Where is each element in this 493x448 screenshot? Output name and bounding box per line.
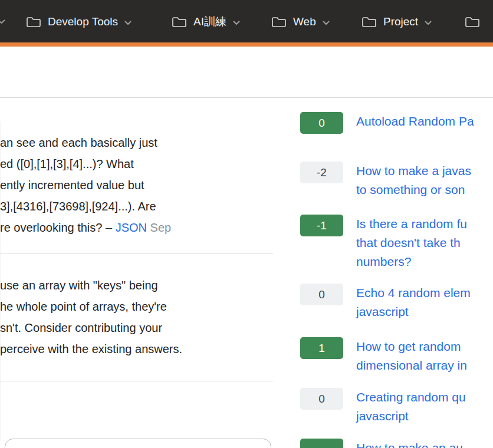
vote-count-badge: 1 [300,337,343,359]
bookmark-folder-develop-tools[interactable]: Develop Tools [26,13,132,31]
related-question[interactable]: 0 Autoload Random Pa [300,112,474,134]
comment-divider [0,253,273,253]
chevron-down-icon [124,21,132,25]
related-question-link[interactable]: How to get random [356,337,467,356]
vote-count-badge: -2 [300,162,343,183]
related-question-link[interactable]: Is there a random fu [356,215,467,233]
comment-text: use an array with "keys" being [0,275,277,296]
related-question-link[interactable]: Echo 4 random elem [356,284,471,302]
related-question-link[interactable]: dimensional array in [356,356,467,375]
vote-count-badge: 0 [300,388,343,410]
comment-date: Sep [147,221,171,234]
comment-text: an see and each basically just [0,132,277,153]
related-question-link[interactable]: Autoload Random Pa [356,112,474,131]
comment-input-box[interactable] [5,439,271,448]
comment-text: re overlooking this? – [0,221,116,234]
related-question-link[interactable]: to something or son [356,180,471,199]
related-question-link[interactable]: How to make a javas [356,162,471,180]
page: Develop Tools AI訓練 Web [0,0,493,448]
related-question-link[interactable]: How to make an au [356,439,463,448]
comment: an see and each basically just ed ([0],[… [0,132,277,238]
related-question[interactable]: -2 How to make a javas to something or s… [300,162,471,199]
related-question-link[interactable]: javascript [356,407,466,426]
bookmark-folder-ai-training[interactable]: AI訓練 [172,13,240,31]
folder-icon [26,16,41,28]
related-question[interactable]: -1 Is there a random fu that doesn't tak… [300,215,467,271]
comment-text: ed ([0],[1],[3],[4]...)? What [0,153,277,174]
related-question[interactable]: 1 How to get random dimensional array in [300,337,467,375]
comment-text: 3],[4316],[73698],[924]...). Are [0,196,277,217]
comment: use an array with "keys" being he whole … [0,275,277,360]
vote-count-badge: 0 [300,284,343,305]
related-question[interactable]: How to make an au [300,439,463,448]
comment-text: he whole point of arrays, they're [0,296,277,317]
related-question[interactable]: 0 Echo 4 random elem javascript [300,284,471,321]
related-question-link[interactable]: numbers? [356,252,467,271]
related-question-link[interactable]: Creating random qu [356,388,466,407]
bookmark-label: Develop Tools [48,15,118,28]
comment-text: ently incremented value but [0,174,277,196]
vote-count-badge: -1 [300,215,343,236]
related-questions-list: 0 Autoload Random Pa -2 How to make a ja… [300,0,493,448]
folder-icon [271,16,287,28]
bookmark-label: AI訓練 [193,14,226,29]
comment-text: sn't. Consider contributing your [0,317,277,338]
vote-count-badge: 0 [300,112,343,134]
comment-last-line: re overlooking this? – JSON Sep [0,217,277,238]
folder-icon [172,16,187,28]
chevron-down-icon[interactable] [0,19,5,24]
comment-text: perceive with the existing answers. [0,338,277,360]
vote-count-badge [300,439,343,448]
chevron-down-icon [233,21,240,25]
comment-author-link[interactable]: JSON [116,221,147,234]
related-question-link[interactable]: that doesn't take th [356,233,467,252]
comment-divider [0,381,273,381]
related-question[interactable]: 0 Creating random qu javascript [300,388,466,426]
related-question-link[interactable]: javascript [356,302,471,321]
